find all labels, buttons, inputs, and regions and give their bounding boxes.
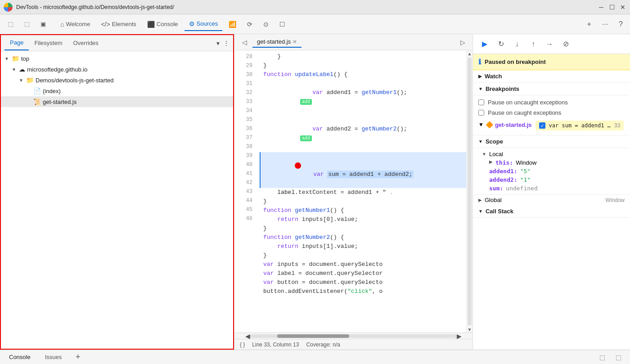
app-logo <box>4 3 13 12</box>
scope-this-val: Window <box>516 159 536 166</box>
tree-item-get-started-js[interactable]: 📜 get-started.js <box>1 96 233 107</box>
deactivate-breakpoints-button[interactable]: ⊘ <box>559 38 572 50</box>
pause-uncaught-row[interactable]: Pause on uncaught exceptions <box>478 97 625 108</box>
main-area: Page Filesystem Overrides ▾ ⋮ ▼ 📁 top ▼ … <box>0 34 630 350</box>
scope-this-var[interactable]: ▶ this: Window <box>478 158 625 167</box>
collapse-arrow: ▼ <box>19 78 24 83</box>
vertical-scrollbar[interactable]: ▲ ▼ <box>466 50 472 333</box>
breakpoints-content: Pause on uncaught exceptions Pause on ca… <box>473 95 630 135</box>
tab-elements[interactable]: </> Elements <box>96 18 140 31</box>
step-into-button[interactable]: ↓ <box>511 38 523 50</box>
tab-filesystem[interactable]: Filesystem <box>29 36 68 50</box>
dock-bottom-button[interactable]: ⬚ <box>596 351 608 364</box>
maximize-button[interactable]: ☐ <box>608 4 616 11</box>
scope-addend2-key: addend2: <box>489 176 518 183</box>
inspect-button[interactable]: ⬚ <box>20 18 34 30</box>
more-options-icon[interactable]: ⋮ <box>223 40 230 47</box>
more-tabs-button[interactable]: ··· <box>598 18 612 30</box>
tab-memory[interactable]: ⊙ <box>259 18 273 31</box>
editor-tabs: ◁ get-started.js ✕ ▷ <box>234 34 472 50</box>
code-line-31: var addend1 = getNumber1(); add <box>260 79 466 116</box>
tab-page[interactable]: Page <box>4 36 29 50</box>
resume-button[interactable]: ▶ <box>478 38 491 50</box>
tree-item-domain[interactable]: ▼ ☁ microsoftedge.github.io <box>1 64 233 75</box>
breakpoint-file-icon: 🔶 <box>486 121 493 128</box>
code-line-33: var sum = addend1 + addend2; <box>260 152 466 188</box>
breakpoint-line-number: 33 <box>614 122 620 129</box>
global-val: Window <box>605 197 625 203</box>
scroll-down-arrow[interactable]: ▼ <box>467 326 472 333</box>
tree-item-demos-folder[interactable]: ▼ 📁 Demos/devtools-js-get-started <box>1 75 233 85</box>
step-over-button[interactable]: ↻ <box>495 38 507 50</box>
close-panel-button[interactable]: ◁ <box>238 36 251 49</box>
tab-sources[interactable]: ⚙ Sources <box>184 18 223 31</box>
code-line-39: function getNumber2() { <box>260 233 466 242</box>
editor-tab-filename: get-started.js <box>257 38 291 45</box>
step-button[interactable]: → <box>543 38 556 50</box>
right-panel: ▶ ↻ ↓ ↑ → ⊘ ℹ Paused on breakpoint ▶ Wat… <box>472 34 630 350</box>
tree-item-top[interactable]: ▼ 📁 top <box>1 53 233 64</box>
close-button[interactable]: ✕ <box>619 4 626 11</box>
add-tab-button[interactable]: + <box>72 352 83 363</box>
tree-item-index[interactable]: 📄 (index) <box>1 85 233 96</box>
breakpoint-expand-arrow[interactable]: ▼ <box>478 121 484 128</box>
watch-section-header[interactable]: ▶ Watch <box>473 70 630 83</box>
curly-braces: { } <box>240 342 245 348</box>
help-button[interactable]: ? <box>615 18 626 30</box>
scope-addend1-key: addend1: <box>489 168 518 175</box>
code-line-43: var label = document.querySelector <box>260 269 466 278</box>
tab-overrides[interactable]: Overrides <box>68 36 104 50</box>
scroll-up-arrow[interactable]: ▲ <box>467 50 472 57</box>
left-panel: Page Filesystem Overrides ▾ ⋮ ▼ 📁 top ▼ … <box>0 34 234 350</box>
scope-section-header[interactable]: ▼ Scope <box>473 135 630 148</box>
code-line-44: var button = document.querySelecto <box>260 278 466 287</box>
tab-performance[interactable]: ⟳ <box>243 18 257 31</box>
breakpoint-line-item[interactable]: ✓ var sum = addend1 … 33 <box>536 121 624 130</box>
pause-caught-row[interactable]: Pause on caught exceptions <box>478 108 625 118</box>
tab-network[interactable]: 📶 <box>224 18 241 31</box>
add-tab-button[interactable]: + <box>583 18 594 30</box>
code-line-32: var addend2 = getNumber2(); add <box>260 116 466 152</box>
js-file-icon: 📜 <box>33 98 41 105</box>
breakpoint-indicator <box>256 153 301 181</box>
step-out-button[interactable]: ↑ <box>527 38 540 50</box>
scrollbar-thumb[interactable] <box>277 334 349 338</box>
code-content[interactable]: } } function updateLabel() { var addend1… <box>256 50 466 333</box>
breakpoint-checkbox-checked[interactable]: ✓ <box>539 122 545 129</box>
horizontal-scrollbar[interactable]: ◀ ▶ <box>234 333 472 339</box>
format-document-button[interactable]: ▷ <box>456 36 469 49</box>
tab-welcome[interactable]: ⌂ Welcome <box>56 18 94 31</box>
pause-caught-checkbox[interactable] <box>478 110 484 116</box>
panel-tab-end: ▾ ⋮ <box>216 40 230 47</box>
window-title: DevTools - microsoftedge.github.io/Demos… <box>16 4 594 10</box>
editor-tab-get-started-js[interactable]: get-started.js ✕ <box>252 36 302 48</box>
breakpoints-section-header[interactable]: ▼ Breakpoints <box>473 83 630 95</box>
scrollbar-track[interactable] <box>250 334 457 338</box>
global-scope-row[interactable]: ▶ Global Window <box>473 195 630 205</box>
dock-side-button[interactable]: ⬚ <box>612 351 625 364</box>
window-controls[interactable]: ─ ☐ ✕ <box>598 4 626 11</box>
application-icon: ☐ <box>279 21 285 28</box>
bottom-tab-issues[interactable]: Issues <box>41 352 66 362</box>
memory-icon: ⊙ <box>263 21 269 28</box>
chevron-down-icon[interactable]: ▾ <box>216 40 220 47</box>
code-line-41: } <box>260 251 466 260</box>
code-line-35: } <box>260 197 466 206</box>
code-line-40: return inputs[1].value; <box>260 242 466 251</box>
tab-console[interactable]: ⬛ Console <box>143 18 183 31</box>
tab-application[interactable]: ☐ <box>275 18 290 31</box>
device-toolbar-button[interactable]: ⬚ <box>4 18 18 30</box>
pause-uncaught-checkbox[interactable] <box>478 99 484 105</box>
scroll-thumb-vertical[interactable] <box>468 58 472 325</box>
minimize-button[interactable]: ─ <box>598 4 605 11</box>
file-tree: ▼ 📁 top ▼ ☁ microsoftedge.github.io ▼ 📁 … <box>1 51 233 349</box>
navigation-controls[interactable]: ⬚ ⬚ ▣ <box>4 18 50 30</box>
close-tab-button[interactable]: ✕ <box>292 39 297 45</box>
line-numbers: 2829303132 3334353637 3839404142 4344454… <box>234 50 256 333</box>
callstack-section-header[interactable]: ▼ Call Stack <box>473 205 630 218</box>
scope-addend2-val: "1" <box>520 176 531 183</box>
sidebar-toggle-button[interactable]: ▣ <box>36 18 50 30</box>
code-line-46 <box>260 296 466 305</box>
local-scope-header[interactable]: ▼ Local <box>478 150 625 158</box>
bottom-tab-console[interactable]: Console <box>5 352 34 362</box>
